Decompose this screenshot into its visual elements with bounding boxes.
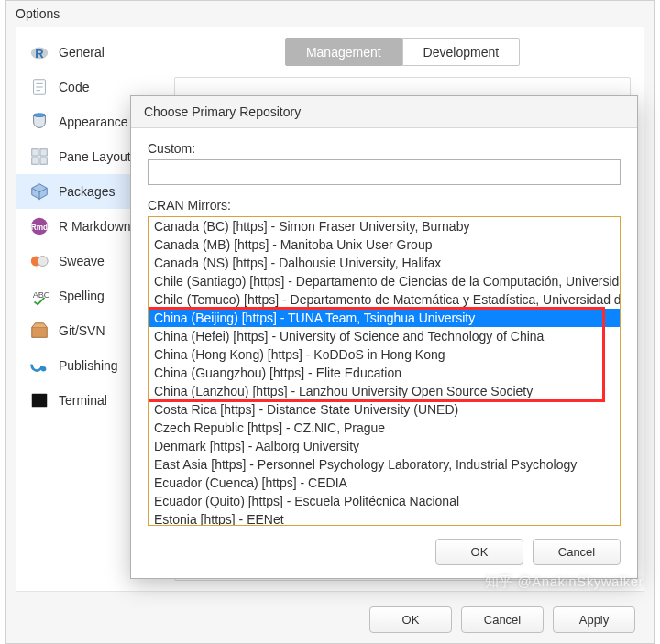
mirror-list-item[interactable]: China (Hefei) [https] - University of Sc…	[148, 327, 620, 345]
svg-rect-9	[32, 158, 38, 164]
sidebar-item-label: Git/SVN	[59, 323, 105, 338]
rmd-icon: Rmd	[29, 216, 50, 236]
choose-repository-dialog: Choose Primary Repository Custom: CRAN M…	[130, 95, 638, 579]
sidebar-item-label: Pane Layout	[59, 149, 131, 164]
spellcheck-icon: ABC	[29, 286, 50, 306]
publish-icon	[29, 355, 50, 376]
sidebar-item-label: Publishing	[59, 358, 118, 373]
custom-label: Custom:	[148, 141, 621, 156]
grid-icon	[29, 147, 50, 167]
mirror-list-item[interactable]: Estonia [https] - EENet	[148, 510, 620, 525]
box-icon	[29, 321, 50, 341]
sweave-icon	[29, 251, 50, 271]
mirrors-label: CRAN Mirrors:	[148, 198, 621, 213]
cancel-button[interactable]: Cancel	[461, 606, 544, 633]
mirrors-listbox-wrap: Canada (BC) [https] - Simon Fraser Unive…	[148, 216, 621, 526]
svg-point-17	[41, 366, 47, 372]
svg-text:ABC: ABC	[33, 290, 50, 300]
sidebar-item-label: Appearance	[59, 115, 128, 129]
apply-button[interactable]: Apply	[553, 606, 635, 633]
r-logo-icon: R	[29, 42, 50, 62]
mirror-list-item[interactable]: China (Guangzhou) [https] - Elite Educat…	[148, 364, 620, 382]
sidebar-item-label: Sweave	[59, 254, 104, 268]
svg-rect-18	[32, 394, 48, 408]
dialog-body: Custom: CRAN Mirrors: Canada (BC) [https…	[131, 128, 637, 526]
svg-point-6	[34, 114, 46, 117]
mirror-list-item[interactable]: Denmark [https] - Aalborg University	[148, 437, 620, 455]
mirror-list-item[interactable]: China (Hong Kong) [https] - KoDDoS in Ho…	[148, 345, 620, 364]
mirror-list-item[interactable]: China (Lanzhou) [https] - Lanzhou Univer…	[148, 382, 620, 400]
custom-url-input[interactable]	[148, 159, 621, 185]
sidebar-item-label: Packages	[59, 184, 115, 199]
mirror-list-item[interactable]: China (Beijing) [https] - TUNA Team, Tsi…	[148, 309, 620, 327]
mirrors-listbox[interactable]: Canada (BC) [https] - Simon Fraser Unive…	[148, 217, 620, 525]
tab-row: Management Development	[174, 38, 631, 66]
dialog-cancel-button[interactable]: Cancel	[533, 539, 621, 565]
svg-text:R: R	[35, 47, 43, 60]
svg-rect-8	[40, 149, 47, 156]
paint-bucket-icon	[29, 112, 50, 132]
svg-rect-7	[32, 149, 38, 156]
tab-development[interactable]: Development	[402, 38, 521, 66]
window-title: Options	[6, 1, 654, 25]
sidebar-item-label: General	[59, 45, 104, 60]
svg-point-14	[38, 257, 48, 267]
package-icon	[29, 181, 50, 202]
sidebar-item-label: Spelling	[59, 289, 104, 303]
document-icon	[29, 77, 50, 97]
mirror-list-item[interactable]: Czech Republic [https] - CZ.NIC, Prague	[148, 419, 620, 437]
mirror-list-item[interactable]: Chile (Temuco) [https] - Departamento de…	[148, 290, 620, 309]
sidebar-item-general[interactable]: R General	[16, 35, 161, 70]
dialog-ok-button[interactable]: OK	[435, 539, 523, 565]
options-footer: OK Cancel Apply	[6, 595, 654, 643]
mirror-list-item[interactable]: Ecuador (Cuenca) [https] - CEDIA	[148, 474, 620, 492]
mirror-list-item[interactable]: Canada (NS) [https] - Dalhousie Universi…	[148, 254, 620, 272]
sidebar-item-label: R Markdown	[59, 219, 131, 234]
mirror-list-item[interactable]: Chile (Santiago) [https] - Departamento …	[148, 272, 620, 290]
sidebar-item-label: Terminal	[59, 393, 107, 408]
mirror-list-item[interactable]: Canada (MB) [https] - Manitoba Unix User…	[148, 235, 620, 254]
svg-rect-10	[40, 158, 47, 164]
svg-point-16	[32, 361, 42, 371]
ok-button[interactable]: OK	[369, 606, 452, 633]
sidebar-item-label: Code	[59, 80, 89, 94]
mirror-list-item[interactable]: East Asia [https] - Personnel Psychology…	[148, 455, 620, 474]
terminal-icon	[29, 390, 50, 410]
tab-management[interactable]: Management	[285, 38, 402, 66]
dialog-title: Choose Primary Repository	[131, 96, 637, 128]
mirror-list-item[interactable]: Canada (BC) [https] - Simon Fraser Unive…	[148, 217, 620, 235]
mirror-list-item[interactable]: Costa Rica [https] - Distance State Univ…	[148, 400, 620, 419]
mirror-list-item[interactable]: Ecuador (Quito) [https] - Escuela Polité…	[148, 492, 620, 510]
dialog-footer: OK Cancel	[131, 526, 637, 578]
svg-text:Rmd: Rmd	[31, 224, 48, 232]
